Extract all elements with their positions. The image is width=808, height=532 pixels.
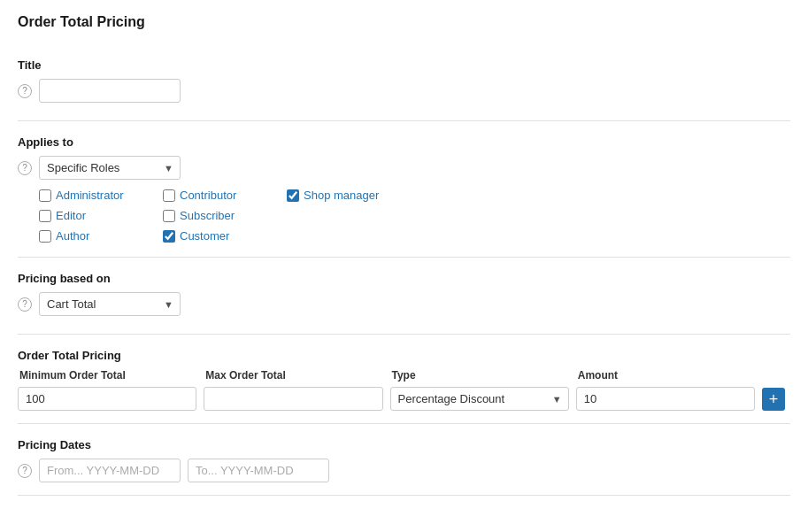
amount-input[interactable] [576,387,755,411]
type-select-wrapper: Percentage Discount Fixed Discount Fixed… [390,387,569,411]
checkbox-contributor-input[interactable] [163,189,175,202]
checkbox-editor[interactable]: Editor [39,207,163,224]
checkbox-author-input[interactable] [39,230,51,243]
min-order-total-input[interactable] [18,387,196,411]
pricing-based-select[interactable]: Cart Total Product Total Subtotal [39,292,181,316]
checkbox-subscriber-label: Subscriber [180,209,235,222]
applies-to-select[interactable]: Specific Roles Everyone Guest Logged In … [39,156,181,180]
page-title: Order Total Pricing [18,14,790,30]
checkbox-shop-manager-input[interactable] [287,189,299,202]
pricing-dates-row: ? [18,459,790,482]
checkbox-shop-manager-label: Shop manager [304,189,379,202]
title-help-icon[interactable]: ? [18,84,32,98]
col-amount: Amount [576,369,755,382]
checkbox-customer-input[interactable] [163,230,175,243]
checkbox-contributor[interactable]: Contributor [163,187,287,204]
pricing-dates-help-icon[interactable]: ? [18,464,32,478]
pricing-dates-label: Pricing Dates [18,438,790,451]
title-section: Title ? [18,46,790,121]
roles-checkboxes-grid: Administrator Contributor Shop manager E… [39,187,790,244]
order-total-table: Minimum Order Total Max Order Total Type… [18,369,790,411]
date-to-input[interactable] [188,459,329,482]
checkbox-author[interactable]: Author [39,227,163,244]
table-row: Percentage Discount Fixed Discount Fixed… [18,387,790,411]
applies-to-section: Applies to ? Specific Roles Everyone Gue… [18,123,790,258]
pricing-based-help-icon[interactable]: ? [18,297,32,312]
pricing-based-label: Pricing based on [18,272,790,285]
checkbox-customer[interactable]: Customer [163,227,287,244]
type-select[interactable]: Percentage Discount Fixed Discount Fixed… [390,387,569,411]
pricing-dates-section: Pricing Dates ? [18,426,790,496]
add-row-button[interactable]: + [762,388,785,411]
checkbox-contributor-label: Contributor [180,189,236,202]
checkbox-administrator-label: Administrator [56,189,124,202]
pricing-based-section: Pricing based on ? Cart Total Product To… [18,259,790,335]
date-from-input[interactable] [39,459,181,482]
title-input[interactable] [39,79,181,103]
checkbox-administrator[interactable]: Administrator [39,187,163,204]
checkbox-editor-input[interactable] [39,210,51,222]
title-label: Title [18,58,790,72]
applies-to-select-wrapper: Specific Roles Everyone Guest Logged In … [39,156,181,180]
pricing-based-select-wrapper: Cart Total Product Total Subtotal ▼ [39,292,181,316]
col-max-order-total: Max Order Total [204,369,382,382]
order-table-header: Minimum Order Total Max Order Total Type… [18,369,790,382]
applies-to-label: Applies to [18,135,790,149]
checkbox-editor-label: Editor [56,209,86,222]
order-total-section: Order Total Pricing Minimum Order Total … [18,336,790,424]
order-total-label: Order Total Pricing [18,349,790,362]
checkbox-subscriber[interactable]: Subscriber [163,207,287,224]
max-order-total-input[interactable] [204,387,382,411]
checkbox-administrator-input[interactable] [39,189,51,202]
checkbox-subscriber-input[interactable] [163,210,175,222]
applies-to-help-icon[interactable]: ? [18,161,32,175]
col-min-order-total: Minimum Order Total [18,369,196,382]
col-type: Type [390,369,569,382]
checkbox-shop-manager[interactable]: Shop manager [287,187,446,204]
checkbox-author-label: Author [56,229,89,243]
checkbox-customer-label: Customer [180,229,229,243]
